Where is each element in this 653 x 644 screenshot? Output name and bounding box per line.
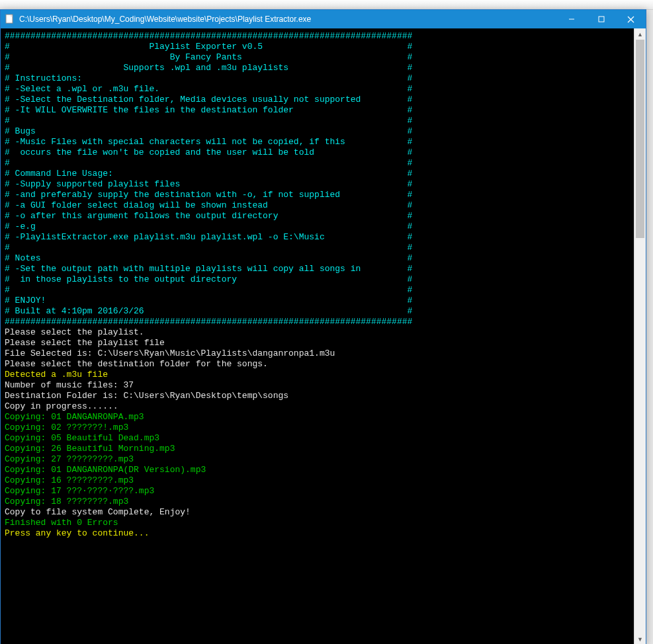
titlebar[interactable]: C:\Users\Ryan\Desktop\My_Coding\Website\… [1,10,646,28]
maximize-button[interactable] [586,10,616,28]
minimize-button[interactable] [556,10,586,28]
vertical-scrollbar[interactable]: ▲ ▼ [634,28,646,644]
svg-rect-2 [599,17,604,22]
background-toolbar [0,0,653,10]
scroll-up-icon[interactable]: ▲ [634,28,646,40]
app-icon [5,14,15,24]
close-button[interactable] [616,10,646,28]
client-area: ########################################… [1,28,646,644]
console-window: C:\Users\Ryan\Desktop\My_Coding\Website\… [0,9,646,644]
scroll-thumb[interactable] [636,40,644,238]
console-output[interactable]: ########################################… [1,28,634,644]
scroll-down-icon[interactable]: ▼ [634,633,646,644]
window-controls [556,10,646,28]
window-title: C:\Users\Ryan\Desktop\My_Coding\Website\… [19,15,556,24]
